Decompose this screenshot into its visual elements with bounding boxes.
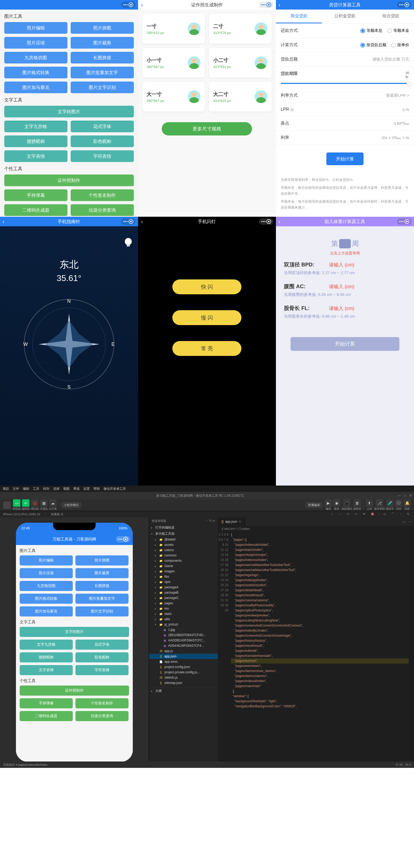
more-icon[interactable]: ⋯ (408, 520, 411, 524)
rate-mode-row[interactable]: 利率方式 按最新LPR > (276, 88, 414, 103)
loan-tab[interactable]: 公积金贷款 (322, 9, 368, 23)
project-root[interactable]: ▾多功能工具箱 (149, 531, 218, 537)
split-icon[interactable]: ▭ (403, 520, 406, 524)
tool-button[interactable]: 图片文字识别 (75, 607, 129, 617)
tool-button[interactable]: 翅膀昵称 (4, 135, 67, 147)
calculate-button[interactable]: 开始计算 (326, 152, 363, 165)
tool-button[interactable]: 文字表情 (4, 150, 67, 162)
tool-button[interactable]: 照片编辑 (20, 555, 73, 565)
size-card[interactable]: 一寸295*413 px (142, 14, 205, 43)
tree-item[interactable]: ▣1.jpg (149, 627, 218, 632)
float-icon[interactable]: ⇱ (407, 513, 411, 516)
tree-item[interactable]: ▸📁packageB (149, 590, 218, 595)
minimap[interactable] (409, 531, 414, 762)
lpr-row[interactable]: LPR 0 % (276, 103, 414, 116)
tool-button[interactable]: 文字九宫格 (4, 121, 67, 132)
tool-button[interactable]: 手持弹幕 (4, 189, 67, 201)
phone-simulator[interactable]: 22:45100% 万能工具箱 - 刀客源码网 ••• 图片工具 照片编辑照片拼… (16, 523, 133, 762)
flash-mode-button[interactable]: 常 亮 (172, 341, 242, 356)
menu-item[interactable]: 项目 (3, 487, 9, 491)
tree-item[interactable]: {}project.private.config.js... (149, 670, 218, 675)
capsule[interactable]: ••• (259, 218, 273, 225)
tool-button[interactable]: 文字表情 (20, 665, 73, 675)
toolbar-button[interactable]: ⎇ (376, 499, 383, 507)
tool-button[interactable]: 文字转图片 (20, 627, 129, 637)
basis-row[interactable]: 基点 0 BP‱ (276, 116, 414, 131)
size-card[interactable]: 二寸413*579 px (209, 14, 272, 43)
tree-item[interactable]: ▸📁packageC (149, 595, 218, 600)
tool-button[interactable]: 照片压缩 (4, 37, 67, 49)
action-button[interactable]: ▶ (324, 499, 332, 507)
tool-button[interactable]: 九宫格切图 (20, 581, 73, 591)
tool-button[interactable]: 照片拼图 (75, 555, 129, 565)
close-tab-icon[interactable]: × (239, 520, 241, 524)
back-icon[interactable]: ‹ (279, 219, 280, 225)
tool-button[interactable]: 彩色昵称 (75, 652, 129, 662)
device-selector[interactable]: iPhone 12/13 (Pro) 100% 16 (3, 513, 40, 516)
tool-button[interactable]: 翅膀昵称 (20, 652, 73, 662)
tool-button[interactable]: 手持弹幕 (20, 698, 73, 708)
close-icon[interactable]: ✕ (409, 494, 412, 497)
tree-item[interactable]: ▸📁Game (149, 563, 218, 569)
outline[interactable]: ▸大纲 (149, 688, 218, 694)
tool-button[interactable]: 证件照制作 (20, 685, 129, 695)
back-icon[interactable]: ‹ (141, 219, 143, 225)
tree-item[interactable]: ▸📁images (149, 569, 218, 574)
menu-item[interactable]: 文件 (13, 487, 19, 491)
tool-button[interactable]: 垃圾分类查询 (75, 711, 129, 721)
tool-button[interactable]: 个性签名制作 (75, 698, 129, 708)
debugger-button[interactable]: 🐞 (31, 499, 38, 507)
tool-button[interactable]: 二维码生成器 (4, 204, 67, 216)
tree-item[interactable]: {}project.config.json (149, 664, 218, 670)
tree-item[interactable]: ▸📁static (149, 611, 218, 617)
tree-item[interactable]: ▸📁colorui (149, 548, 218, 553)
window-icon[interactable]: ▭ (383, 513, 387, 516)
open-editors[interactable]: ▸打开的编辑器 (149, 525, 218, 531)
radio-by-total[interactable]: 按贷款总额 (360, 42, 386, 48)
tree-item[interactable]: ▸📁pages (149, 600, 218, 606)
radio-equal-interest[interactable]: 等额本息 (360, 28, 382, 33)
home-icon[interactable]: ⌂ (331, 513, 335, 516)
tool-button[interactable]: 图片格式转换 (4, 67, 67, 79)
eye-icon[interactable]: 👁 (363, 513, 367, 516)
tree-item[interactable]: 📄app.wxss (149, 659, 218, 664)
calculate-button[interactable]: 开始计算 (290, 337, 400, 351)
size-card[interactable]: 小一寸390*567 px (142, 48, 205, 78)
tool-button[interactable]: 长图拼接 (75, 581, 129, 591)
tool-button[interactable]: 二维码生成器 (20, 711, 73, 721)
measure-input[interactable]: 请输入 (cm) (329, 262, 354, 268)
capsule[interactable]: ••• (397, 218, 411, 225)
tree-item[interactable]: ▸📁utils (149, 617, 218, 622)
visual-button[interactable]: ▦ (40, 499, 47, 507)
amount-row[interactable]: 贷款总额 请输入贷款总额 万元 (276, 52, 414, 67)
code-area[interactable]: 1 2 3 4 5 6 7 8 9 10 11 12 13 14 15 16 1… (218, 531, 414, 762)
tool-button[interactable]: 文字九宫格 (20, 640, 73, 650)
size-card[interactable]: 大二寸413*625 px (209, 82, 272, 112)
flash-mode-button[interactable]: 快 闪 (172, 279, 242, 294)
tree-item[interactable]: ▾📁yj_yishuzi (149, 622, 218, 627)
menu-item[interactable]: 设置 (84, 487, 90, 491)
back-icon[interactable]: ‹ (279, 2, 280, 8)
radio-equal-principal[interactable]: 等额本金 (387, 28, 409, 33)
tool-button[interactable]: 图片裁剪 (71, 37, 134, 49)
tool-button[interactable]: 垃圾分类查询 (71, 204, 134, 216)
menu-item[interactable]: 界面 (73, 487, 79, 491)
flash-mode-button[interactable]: 慢 闪 (172, 310, 242, 325)
tool-button[interactable]: 图片格式转换 (20, 594, 73, 604)
toolbar-button[interactable]: ⓘ (395, 499, 402, 507)
capsule[interactable]: ••• (116, 536, 130, 542)
tree-item[interactable]: ▣AD54AE26FD6437CF4... (149, 643, 218, 648)
action-button[interactable]: 📱 (343, 499, 351, 507)
refresh-icon[interactable]: ↻ (347, 513, 351, 516)
tool-button[interactable]: 证件照制作 (4, 175, 134, 186)
menu-item[interactable]: 编辑 (23, 487, 29, 491)
tree-item[interactable]: JSsiteinfo.js (149, 675, 218, 680)
back-icon[interactable]: ‹ (141, 2, 143, 8)
tree-item[interactable]: ▸📁assets (149, 542, 218, 548)
loan-tab[interactable]: 组合贷款 (368, 9, 414, 23)
tool-button[interactable]: 长图拼接 (71, 52, 134, 63)
menu-item[interactable]: 微信开发者工具 (103, 487, 126, 491)
menu-item[interactable]: 选择 (53, 487, 60, 491)
tool-button[interactable]: 图片文字识别 (71, 82, 134, 93)
term-slider[interactable] (281, 83, 409, 84)
